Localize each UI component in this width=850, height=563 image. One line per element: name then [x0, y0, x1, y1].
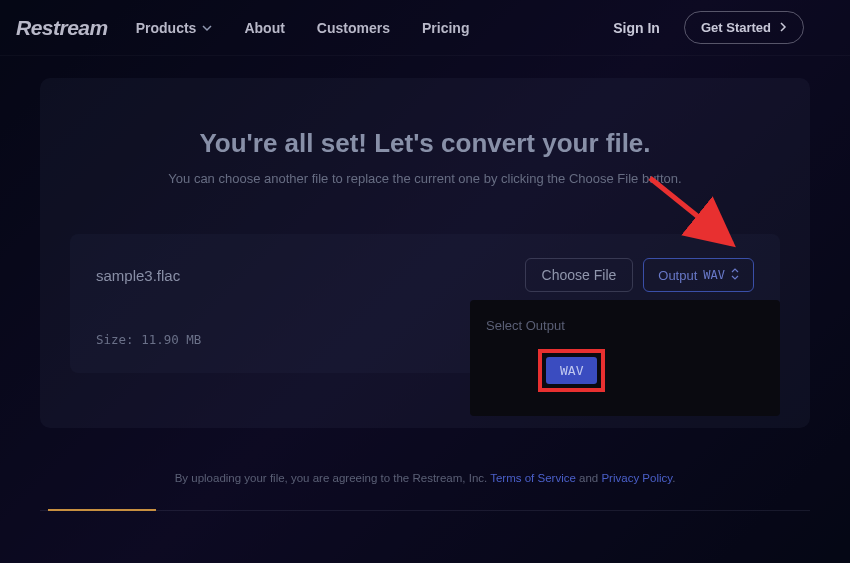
chevron-right-icon [779, 20, 787, 35]
footer-and: and [576, 472, 602, 484]
sign-in-link[interactable]: Sign In [613, 20, 660, 36]
converter-card: You're all set! Let's convert your file.… [40, 78, 810, 428]
terms-of-service-link[interactable]: Terms of Service [490, 472, 576, 484]
headline: You're all set! Let's convert your file. [70, 128, 780, 159]
subtext: You can choose another file to replace t… [70, 171, 780, 186]
nav-products-label: Products [136, 20, 197, 36]
legal-footer: By uploading your file, you are agreeing… [0, 472, 850, 484]
logo[interactable]: Restream [16, 16, 108, 40]
get-started-label: Get Started [701, 20, 771, 35]
file-name: sample3.flac [96, 267, 180, 284]
output-label: Output [658, 268, 697, 283]
annotation-highlight-box: WAV [538, 349, 605, 392]
output-format-button[interactable]: Output WAV [643, 258, 754, 292]
file-box: sample3.flac Choose File Output WAV Size… [70, 234, 780, 373]
header-right: Sign In Get Started [613, 11, 804, 44]
progress-fill [48, 509, 156, 511]
footer-suffix: . [672, 472, 675, 484]
choose-file-button[interactable]: Choose File [525, 258, 634, 292]
file-actions: Choose File Output WAV [525, 258, 754, 292]
output-format-value: WAV [703, 268, 725, 282]
output-option-wav[interactable]: WAV [546, 357, 597, 384]
footer-prefix: By uploading your file, you are agreeing… [175, 472, 491, 484]
chevron-down-icon [202, 20, 212, 36]
output-dropdown: Select Output WAV [470, 300, 780, 416]
updown-icon [731, 268, 739, 283]
nav-customers[interactable]: Customers [317, 20, 390, 36]
nav-pricing[interactable]: Pricing [422, 20, 469, 36]
nav-products[interactable]: Products [136, 20, 213, 36]
privacy-policy-link[interactable]: Privacy Policy [601, 472, 672, 484]
get-started-button[interactable]: Get Started [684, 11, 804, 44]
file-row: sample3.flac Choose File Output WAV [96, 258, 754, 292]
nav-about[interactable]: About [244, 20, 284, 36]
dropdown-title: Select Output [486, 318, 764, 333]
site-header: Restream Products About Customers Pricin… [0, 0, 850, 56]
main-nav: Products About Customers Pricing [136, 20, 614, 36]
